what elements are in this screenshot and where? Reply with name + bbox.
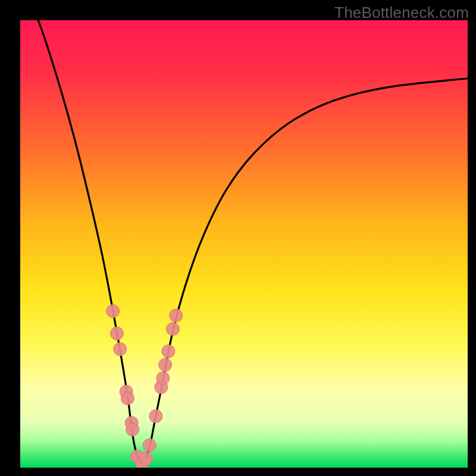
marker-point bbox=[121, 392, 134, 405]
marker-point bbox=[162, 345, 175, 358]
marker-point bbox=[110, 327, 123, 340]
marker-point bbox=[159, 358, 172, 371]
marker-point bbox=[114, 343, 127, 356]
watermark-text: TheBottleneck.com bbox=[334, 4, 469, 22]
marker-point bbox=[139, 452, 152, 465]
marker-point bbox=[170, 309, 183, 322]
chart-frame: TheBottleneck.com bbox=[0, 0, 476, 476]
bottleneck-curve bbox=[20, 20, 468, 464]
marker-point bbox=[126, 423, 139, 436]
marker-point bbox=[156, 372, 170, 385]
marker-point bbox=[143, 439, 156, 452]
plot-area bbox=[20, 20, 468, 468]
curve-layer bbox=[20, 20, 468, 468]
marker-point bbox=[107, 305, 120, 318]
marker-point bbox=[166, 322, 179, 336]
highlighted-points bbox=[107, 305, 183, 468]
marker-point bbox=[149, 410, 162, 423]
